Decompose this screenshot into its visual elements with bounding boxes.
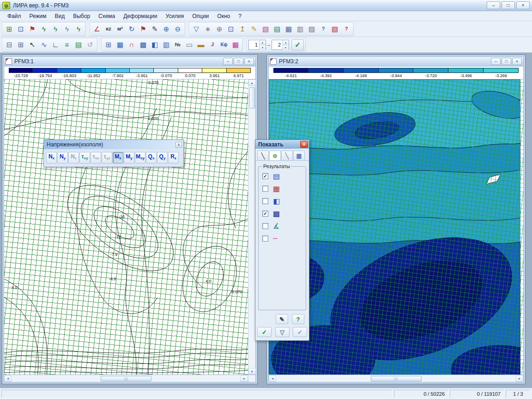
menu-item[interactable]: Файл [4, 12, 25, 20]
brush-icon[interactable]: ✎ [248, 24, 260, 35]
book-icon[interactable]: ▤ [272, 24, 283, 35]
result-checkbox[interactable] [262, 211, 268, 217]
help-icon[interactable]: ? [341, 24, 352, 35]
apply-loadcase-button[interactable]: ✓ [291, 39, 304, 50]
filter-button[interactable]: ▽ [275, 327, 290, 337]
j-icon[interactable]: J [207, 39, 218, 50]
frame2-icon[interactable]: ⊞ [15, 39, 26, 50]
green-book-icon[interactable]: ▤ [73, 39, 84, 50]
probe-icon[interactable]: ↥ [237, 24, 248, 35]
sheet-icon[interactable]: ▭ [184, 39, 195, 50]
child-close-button[interactable]: × [512, 58, 522, 65]
child-close-button[interactable]: × [244, 58, 254, 65]
tab-palette[interactable]: ▦ [293, 151, 305, 160]
mesh-fill-icon[interactable]: ▩ [138, 39, 149, 50]
flag-icon[interactable]: ⚑ [27, 24, 38, 35]
child-minimize-button[interactable]: – [223, 58, 233, 65]
qx-button[interactable]: Q x [146, 152, 157, 163]
minimize-button[interactable]: – [487, 1, 500, 9]
child-maximize-button[interactable]: □ [502, 58, 511, 65]
m2-icon[interactable]: ᴍ² [115, 24, 126, 35]
scroll-down-icon[interactable]: ▼ [248, 368, 256, 375]
checker-icon[interactable]: ▦ [230, 39, 241, 50]
windows-icon[interactable]: ⊞ [103, 39, 114, 50]
frame-icon[interactable]: ⊟ [4, 39, 15, 50]
stress-close-button[interactable]: x [175, 142, 182, 148]
zoom-select-icon[interactable]: ⊕ [214, 24, 225, 35]
scroll-thumb[interactable]: ||| [371, 376, 422, 381]
mark-flag-icon[interactable]: ⚑ [138, 24, 149, 35]
qy-button[interactable]: Q y [157, 152, 168, 163]
child-maximize-button[interactable]: □ [234, 58, 243, 65]
result-row[interactable]: ▦ [262, 182, 302, 195]
nx-button[interactable]: N x [46, 152, 57, 163]
split-view-icon[interactable]: ◧ [149, 39, 160, 50]
spin-up-icon[interactable]: ▴ [260, 40, 266, 45]
arch-icon[interactable]: ∩ [126, 39, 137, 50]
menu-item[interactable]: Вид [51, 12, 69, 20]
copy-fragment-icon[interactable]: ⊡ [15, 24, 26, 35]
docs-icon[interactable]: ▧ [329, 24, 340, 35]
mesh-icon[interactable]: ▦ [115, 39, 126, 50]
result-checkbox[interactable] [262, 198, 268, 204]
sheet-edit-icon[interactable]: ▥ [295, 24, 306, 35]
result-row[interactable]: ∡ [262, 220, 302, 232]
ruler-icon[interactable]: ▬ [195, 39, 206, 50]
result-row[interactable]: ▤ [262, 170, 302, 182]
show-panel-titlebar[interactable]: Показать × [255, 140, 309, 149]
menu-item[interactable]: Выбор [69, 12, 94, 20]
result-checkbox[interactable] [262, 173, 268, 179]
scroll-right-icon[interactable]: ► [241, 375, 248, 382]
ok-button[interactable]: ✓ [293, 327, 307, 337]
load-z-icon[interactable]: ϟ [50, 24, 61, 35]
result-checkbox[interactable] [262, 186, 268, 192]
load-case-spinner[interactable]: 1 ▴ ▾ [248, 40, 266, 50]
plot-area-isolines[interactable]: 0.070 0.070 -16 -12 -7.9 -4.0 4.0 4.0 -0… [4, 79, 248, 375]
undo-icon[interactable]: ↺ [85, 39, 96, 50]
load-e-icon[interactable]: ϟ [61, 24, 73, 35]
scroll-thumb[interactable] [249, 87, 255, 109]
tab-pointer[interactable]: ╲ [257, 151, 269, 160]
new-fragment-icon[interactable]: ⊞ [4, 24, 15, 35]
rz-button[interactable]: R z [168, 152, 179, 163]
calculator-icon[interactable]: ▦ [283, 24, 294, 35]
kz-icon[interactable]: ᴋᴢ [103, 24, 114, 35]
axes-icon[interactable]: ∠ [91, 24, 103, 35]
context-help-icon[interactable]: ? [318, 24, 329, 35]
apply-button[interactable]: ✓ [257, 327, 272, 337]
load-n-icon[interactable]: ϟ [73, 24, 84, 35]
load-x-icon[interactable]: ϟ [38, 24, 49, 35]
select-icon[interactable]: ↖ [27, 39, 38, 50]
stairs-icon[interactable]: ≡ [61, 39, 73, 50]
scroll-thumb[interactable]: ||| [101, 376, 151, 381]
nz-button[interactable]: N z [68, 152, 79, 163]
horizontal-scrollbar[interactable]: ◄ ||| ► [4, 375, 248, 382]
mxy-button[interactable]: M xy [135, 152, 145, 163]
menu-item[interactable]: Деформации [120, 12, 161, 20]
menu-item[interactable]: Усилия [162, 12, 187, 20]
spin-up-icon[interactable]: ▴ [283, 40, 289, 45]
scroll-right-icon[interactable]: ► [516, 375, 523, 382]
stack-icon[interactable]: ▨ [306, 24, 317, 35]
menu-item[interactable]: Окно [213, 12, 234, 20]
my-button[interactable]: M y [124, 152, 134, 163]
kpsi-icon[interactable]: Кψ [218, 39, 230, 50]
spin-down-icon[interactable]: ▾ [260, 45, 266, 50]
scroll-left-icon[interactable]: ◄ [269, 375, 276, 382]
child-titlebar[interactable]: PFM3:2 – □ × [268, 56, 524, 66]
scroll-up-icon[interactable]: ▲ [248, 79, 256, 86]
mode-spinner[interactable]: 2 ▴ ▾ [272, 40, 289, 50]
menu-item[interactable]: Режим [26, 12, 50, 20]
vertical-scrollbar[interactable]: ▲ ▼ [248, 79, 255, 375]
spin-down-icon[interactable]: ▾ [283, 45, 289, 50]
palette-icon[interactable]: ▧ [260, 24, 271, 35]
result-row[interactable]: ◧ [262, 195, 302, 207]
result-row[interactable]: ┄ [262, 232, 302, 245]
result-row[interactable]: ▩ [262, 207, 302, 220]
child-minimize-button[interactable]: – [491, 58, 501, 65]
help-button[interactable]: ? [292, 314, 304, 324]
menu-item[interactable]: Опции [188, 12, 212, 20]
settings-icon[interactable]: ∗ [202, 24, 213, 35]
ny-button[interactable]: N y [57, 152, 68, 163]
maximize-button[interactable]: □ [502, 1, 515, 9]
